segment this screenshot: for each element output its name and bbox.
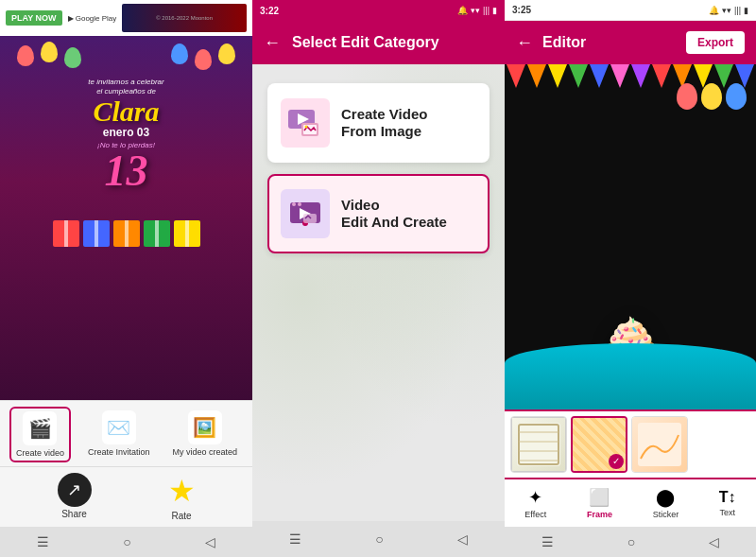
panel3-back-button[interactable]: ← bbox=[516, 33, 533, 53]
p2-nav-home-icon[interactable]: ○ bbox=[375, 531, 383, 547]
create-video-title-line2: From Image bbox=[341, 123, 476, 140]
flag-red bbox=[507, 64, 525, 88]
panel2-header: ← Select Edit Category bbox=[252, 21, 505, 64]
flag-purple bbox=[631, 64, 650, 88]
flag-orange bbox=[527, 64, 546, 88]
nav-menu-icon[interactable]: ☰ bbox=[37, 534, 49, 549]
panel1-navbar: ☰ ○ ◁ bbox=[0, 527, 252, 557]
play-now-button[interactable]: PLAY NOW bbox=[6, 10, 62, 26]
p2-nav-back-icon[interactable]: ◁ bbox=[457, 531, 468, 547]
video-edit-icon bbox=[281, 189, 330, 238]
video-edit-card-text: Video Edit And Create bbox=[341, 197, 476, 231]
create-invitation-button[interactable]: ✉️ Create Invitation bbox=[82, 407, 156, 462]
effect-tool-button[interactable]: ✦ Effect bbox=[517, 483, 554, 523]
svg-point-4 bbox=[305, 126, 308, 129]
panel2-time: 3:22 bbox=[260, 6, 279, 16]
panel2-status-icons: 🔔 ▾▾ ||| ▮ bbox=[457, 6, 497, 15]
p3-nav-home-icon[interactable]: ○ bbox=[627, 534, 635, 549]
export-button[interactable]: Export bbox=[686, 31, 745, 54]
text-label: Text bbox=[719, 508, 735, 517]
video-edit-create-card[interactable]: Video Edit And Create bbox=[267, 174, 490, 253]
google-play-logo: ▶ Google Play bbox=[68, 14, 117, 23]
effect-label: Effect bbox=[524, 510, 546, 519]
rate-item[interactable]: ★ Rate bbox=[168, 473, 196, 521]
thumbnails-strip bbox=[505, 409, 756, 478]
flag-pink bbox=[610, 64, 629, 88]
canvas-balloons bbox=[677, 83, 747, 110]
balloon-red2 bbox=[195, 49, 212, 70]
nav-home-icon[interactable]: ○ bbox=[123, 534, 130, 549]
sticker-tool-button[interactable]: ⬤ Sticker bbox=[645, 483, 687, 523]
bottom-icons-row: 🎬 Create video ✉️ Create Invitation 🖼️ M… bbox=[0, 400, 252, 466]
gift-4 bbox=[144, 220, 170, 247]
canvas-balloon-red bbox=[677, 83, 697, 110]
wifi-icon: ▾▾ bbox=[471, 6, 480, 15]
balloon-green bbox=[64, 47, 81, 68]
alarm-icon: 🔔 bbox=[457, 6, 468, 15]
create-video-icon: 🎬 bbox=[23, 411, 57, 445]
svg-rect-11 bbox=[517, 423, 560, 466]
panel-2: 3:22 🔔 ▾▾ ||| ▮ ← Select Edit Category bbox=[252, 0, 505, 557]
thumbnail-2[interactable] bbox=[571, 416, 627, 473]
canvas-balloon-yellow bbox=[701, 83, 722, 110]
flag-red2 bbox=[652, 64, 671, 88]
ad-bar: PLAY NOW ▶ Google Play © 2016-2022 Moont… bbox=[0, 0, 252, 36]
flag-blue bbox=[590, 64, 609, 88]
panel3-status-icons: 🔔 ▾▾ ||| ▮ bbox=[709, 6, 748, 15]
panel3-navbar: ☰ ○ ◁ bbox=[505, 527, 756, 557]
svg-point-6 bbox=[292, 202, 296, 206]
create-video-button[interactable]: 🎬 Create video bbox=[9, 407, 71, 462]
my-video-icon: 🖼️ bbox=[188, 410, 222, 444]
my-video-button[interactable]: 🖼️ My video created bbox=[166, 407, 243, 462]
battery-icon: ▮ bbox=[492, 6, 497, 15]
sticker-icon: ⬤ bbox=[656, 487, 675, 508]
editor-toolbar: ✦ Effect ⬜ Frame ⬤ Sticker T↕ Text bbox=[505, 478, 756, 527]
flag-yellow bbox=[548, 64, 567, 88]
p3-nav-back-icon[interactable]: ◁ bbox=[709, 534, 719, 549]
invite-date: enero 03 bbox=[103, 126, 149, 139]
create-invitation-icon: ✉️ bbox=[102, 410, 136, 444]
canvas-teal-wave bbox=[505, 343, 756, 409]
p3-wifi-icon: ▾▾ bbox=[722, 6, 731, 15]
p3-nav-menu-icon[interactable]: ☰ bbox=[541, 534, 554, 549]
svg-point-7 bbox=[298, 202, 301, 206]
text-tool-button[interactable]: T↕ Text bbox=[712, 485, 744, 521]
star-icon: ★ bbox=[168, 473, 196, 509]
share-label: Share bbox=[61, 509, 87, 519]
ad-image: © 2016-2022 Moonton bbox=[122, 4, 247, 32]
gift-1 bbox=[53, 220, 79, 247]
sticker-label: Sticker bbox=[653, 510, 679, 519]
invite-text-line1: te invitamos a celebrar bbox=[88, 78, 163, 87]
create-video-card-text: Create Video From Image bbox=[341, 106, 476, 140]
video-edit-title-line1: Video bbox=[341, 197, 476, 214]
balloon-red bbox=[17, 45, 34, 66]
share-item[interactable]: ↗ Share bbox=[58, 473, 92, 521]
thumbnail-1[interactable] bbox=[510, 416, 567, 473]
share-rate-row: ↗ Share ★ Rate bbox=[0, 466, 252, 527]
frame-icon: ⬜ bbox=[589, 487, 610, 508]
balloon-yellow2 bbox=[218, 44, 235, 64]
signal-icon: ||| bbox=[483, 6, 490, 15]
frame-tool-button[interactable]: ⬜ Frame bbox=[579, 483, 620, 523]
gift-3 bbox=[113, 220, 140, 247]
video-from-image-icon bbox=[281, 98, 330, 148]
panel-1: PLAY NOW ▶ Google Play © 2016-2022 Moont… bbox=[0, 0, 252, 557]
canvas-preview: 🧁 bbox=[505, 64, 756, 409]
gifts-decoration bbox=[8, 195, 245, 247]
panel3-header-left: ← Editor bbox=[516, 33, 586, 53]
p3-battery-icon: ▮ bbox=[744, 6, 748, 15]
editor-canvas[interactable]: 🧁 bbox=[505, 64, 756, 409]
create-video-from-image-card[interactable]: Create Video From Image bbox=[267, 83, 490, 163]
p2-nav-menu-icon[interactable]: ☰ bbox=[289, 531, 301, 547]
rate-label: Rate bbox=[171, 511, 191, 521]
share-icon: ↗ bbox=[58, 473, 92, 507]
thumbnail-3[interactable] bbox=[631, 416, 688, 473]
panel2-back-button[interactable]: ← bbox=[264, 33, 281, 53]
p3-signal-icon: ||| bbox=[734, 6, 741, 15]
balloon-blue bbox=[171, 44, 188, 64]
gift-2 bbox=[83, 220, 110, 247]
nav-back-icon[interactable]: ◁ bbox=[205, 534, 215, 549]
panel2-navbar: ☰ ○ ◁ bbox=[252, 521, 505, 557]
canvas-balloon-blue bbox=[726, 83, 747, 110]
panel2-body: Create Video From Image bbox=[252, 64, 505, 521]
